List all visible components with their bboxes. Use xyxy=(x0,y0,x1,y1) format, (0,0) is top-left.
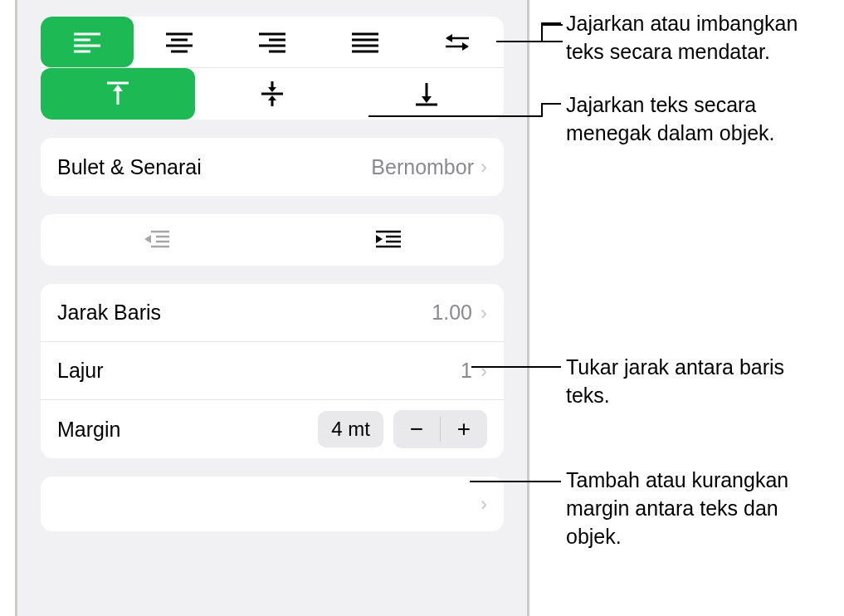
svg-marker-27 xyxy=(268,95,276,100)
margin-label: Margin xyxy=(57,418,318,442)
align-justify-button[interactable] xyxy=(319,17,412,67)
bullets-lists-card: Bulet & Senarai Bernombor › xyxy=(41,138,504,196)
indent-icon xyxy=(374,229,402,251)
outdent-icon xyxy=(143,229,171,251)
margin-value[interactable]: 4 mt xyxy=(318,411,383,447)
bullets-lists-label: Bulet & Senarai xyxy=(57,155,371,179)
annotation-valign: Jajarkan teks secara menegak dalam objek… xyxy=(566,91,832,148)
margin-row: Margin 4 mt − + xyxy=(41,400,504,458)
margin-increase-button[interactable]: + xyxy=(441,410,487,448)
indent-card xyxy=(41,214,504,266)
svg-marker-17 xyxy=(446,34,452,42)
align-top-button[interactable] xyxy=(41,68,195,120)
svg-marker-22 xyxy=(113,85,123,91)
align-justify-icon xyxy=(350,30,380,55)
settings-card: Jarak Baris 1.00 › Lajur 1 › Margin 4 mt… xyxy=(41,284,504,458)
indent-row xyxy=(41,214,504,266)
line-spacing-row[interactable]: Jarak Baris 1.00 › xyxy=(41,284,504,342)
chevron-right-icon: › xyxy=(481,301,487,325)
annotation-halign: Jajarkan atau imbangkan teks secara mend… xyxy=(566,10,832,66)
line-spacing-value: 1.00 xyxy=(432,301,472,325)
margin-stepper: − + xyxy=(393,410,487,448)
chevron-right-icon: › xyxy=(481,492,487,516)
align-center-icon xyxy=(164,30,194,55)
text-direction-button[interactable] xyxy=(411,17,504,67)
align-center-button[interactable] xyxy=(134,17,227,67)
bullets-lists-row[interactable]: Bulet & Senarai Bernombor › xyxy=(41,138,504,196)
annotation-line-spacing: Tukar jarak antara baris teks. xyxy=(566,354,832,410)
align-left-icon xyxy=(72,30,102,55)
margin-decrease-button[interactable]: − xyxy=(393,410,440,448)
svg-marker-25 xyxy=(268,87,276,92)
columns-row[interactable]: Lajur 1 › xyxy=(41,342,504,400)
align-right-button[interactable] xyxy=(226,17,319,67)
more-row[interactable]: › xyxy=(41,477,504,531)
align-right-icon xyxy=(257,30,287,55)
outdent-button[interactable] xyxy=(41,214,272,266)
align-middle-button[interactable] xyxy=(195,68,349,120)
annotation-margin: Tambah atau kurangkan margin antara teks… xyxy=(566,467,832,550)
line-spacing-label: Jarak Baris xyxy=(57,301,432,325)
chevron-right-icon: › xyxy=(481,155,487,178)
align-middle-icon xyxy=(260,80,285,108)
indent-button[interactable] xyxy=(272,214,504,266)
columns-value: 1 xyxy=(461,359,472,383)
align-top-icon xyxy=(105,80,130,108)
align-left-button[interactable] xyxy=(41,17,134,67)
bullets-lists-value: Bernombor xyxy=(371,155,474,179)
svg-marker-19 xyxy=(462,42,469,51)
svg-marker-40 xyxy=(376,235,383,243)
bidirectional-icon xyxy=(442,30,472,55)
columns-label: Lajur xyxy=(57,359,461,383)
more-card: › xyxy=(41,477,504,531)
horizontal-alignment-row xyxy=(41,17,504,68)
svg-marker-35 xyxy=(144,235,151,243)
